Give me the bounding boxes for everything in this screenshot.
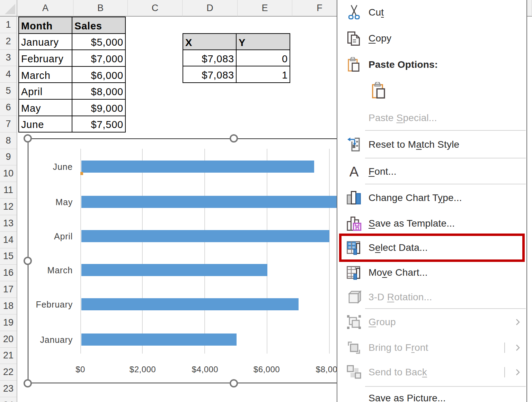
svg-text:A: A [349, 164, 359, 179]
